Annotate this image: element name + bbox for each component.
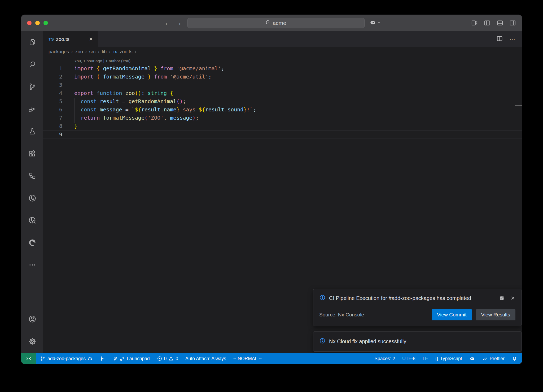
notification-nx-cloud[interactable]: Nx Cloud fix applied successfully [313, 331, 522, 352]
toggle-primary-sidebar-icon[interactable] [484, 19, 491, 27]
breadcrumb[interactable]: packages › zoo › src › lib › TS zoo.ts ›… [43, 47, 522, 56]
run-debug-icon[interactable] [21, 101, 43, 117]
command-center-search[interactable]: acme [187, 18, 365, 28]
info-icon [319, 338, 326, 345]
back-arrow-icon[interactable]: ← [163, 19, 173, 27]
code-line-4[interactable]: 4export function zoo(): string { [43, 89, 522, 97]
view-results-button[interactable]: View Results [476, 309, 515, 320]
toggle-panel-icon[interactable] [496, 19, 503, 27]
settings-gear-icon[interactable] [21, 333, 43, 350]
customize-layout-icon[interactable] [471, 19, 478, 27]
copilot-icon [469, 356, 475, 361]
auto-attach-status[interactable]: Auto Attach: Always [185, 356, 226, 361]
code-lines: 1import { getRandomAnimal } from '@acme/… [43, 64, 522, 138]
source-control-icon[interactable] [21, 79, 43, 95]
breadcrumb-sep-icon: › [71, 49, 73, 54]
breadcrumb-more[interactable]: ... [139, 49, 143, 55]
chevron-down-icon [377, 21, 381, 25]
traffic-lights [27, 21, 48, 25]
error-count: 0 [164, 356, 167, 361]
toggle-secondary-sidebar-icon[interactable] [509, 19, 516, 27]
tab-label: zoo.ts [56, 36, 88, 42]
notification-message: Nx Cloud fix applied successfully [329, 338, 406, 345]
vim-mode-status[interactable]: -- NORMAL -- [233, 356, 262, 361]
notifications-bell[interactable] [512, 356, 517, 361]
close-window-button[interactable] [27, 21, 32, 25]
remote-indicator[interactable] [21, 353, 36, 364]
language-mode-status[interactable]: {} TypeScript [435, 356, 462, 361]
accounts-icon[interactable] [21, 311, 43, 327]
testing-icon[interactable] [21, 123, 43, 140]
plug-icon [120, 356, 125, 361]
additional-views-icon[interactable] [21, 257, 43, 273]
notification-settings-gear-icon[interactable] [499, 295, 505, 302]
breadcrumb-zoo[interactable]: zoo [75, 49, 83, 55]
warning-icon [168, 356, 174, 361]
bell-icon [512, 356, 517, 361]
prettier-status[interactable]: Prettier [482, 356, 505, 361]
tab-bar: TS zoo.ts ✕ ⋯ [43, 31, 522, 47]
breadcrumb-src[interactable]: src [89, 49, 95, 55]
codelens-blame[interactable]: You, 1 hour ago | 1 author (You) [43, 58, 522, 64]
git-branch-status[interactable]: add-zoo-packages [40, 356, 93, 361]
code-editor[interactable]: You, 1 hour ago | 1 author (You) 1import… [43, 56, 522, 138]
warning-count: 0 [176, 356, 178, 361]
copilot-menu[interactable] [369, 19, 381, 27]
view-commit-button[interactable]: View Commit [432, 309, 472, 320]
line-number: 2 [43, 73, 62, 81]
error-icon [157, 356, 162, 361]
indent-guide [74, 98, 75, 123]
code-line-5[interactable]: 5 const result = getRandomAnimal(); [43, 97, 522, 106]
minimize-window-button[interactable] [35, 21, 40, 25]
line-number: 6 [43, 106, 62, 114]
double-check-icon [482, 356, 488, 361]
split-editor-icon[interactable] [496, 35, 503, 43]
line-number: 3 [43, 81, 62, 89]
info-icon [319, 294, 326, 302]
tab-zoo-ts[interactable]: TS zoo.ts ✕ [43, 31, 98, 47]
line-number: 1 [43, 64, 62, 73]
maximize-window-button[interactable] [43, 21, 48, 25]
extensions-icon[interactable] [21, 145, 43, 162]
search-icon [265, 20, 271, 26]
code-line-7[interactable]: 7 return formatMessage('ZOO', message); [43, 114, 522, 122]
overview-ruler-mark [515, 105, 522, 106]
titlebar: ← → acme [21, 15, 522, 31]
line-number: 4 [43, 89, 62, 97]
launchpad-status[interactable]: Launchpad [112, 356, 150, 361]
breadcrumb-file[interactable]: zoo.ts [120, 49, 132, 55]
problems-status[interactable]: 0 0 [157, 356, 178, 361]
search-sidebar-icon[interactable] [21, 56, 43, 73]
breadcrumb-lib[interactable]: lib [102, 49, 107, 55]
commit-graph-status[interactable] [100, 356, 105, 361]
indentation-status[interactable]: Spaces: 2 [374, 356, 395, 361]
code-line-6[interactable]: 6 const message = `${result.name} says $… [43, 106, 522, 114]
status-bar: add-zoo-packages Launchpad [21, 353, 522, 364]
encoding-status[interactable]: UTF-8 [402, 356, 415, 361]
breadcrumb-packages[interactable]: packages [49, 49, 69, 55]
typescript-file-icon: TS [49, 37, 54, 41]
code-line-9[interactable]: 9 [43, 130, 522, 138]
typescript-file-icon: TS [113, 50, 117, 54]
code-line-3[interactable]: 3 [43, 81, 522, 89]
code-line-2[interactable]: 2import { formatMessage } from '@acme/ut… [43, 73, 522, 81]
launchpad-label: Launchpad [127, 356, 150, 361]
forward-arrow-icon[interactable]: → [173, 19, 184, 27]
notification-source: Source: Nx Console [319, 312, 364, 318]
notification-close-icon[interactable] [510, 295, 515, 302]
tab-close-icon[interactable]: ✕ [88, 36, 94, 43]
gitlens-icon[interactable] [21, 190, 43, 206]
edge-browser-icon[interactable] [21, 234, 43, 251]
eol-status[interactable]: LF [423, 356, 428, 361]
publish-cloud-icon [87, 356, 93, 361]
nx-console-icon[interactable] [21, 168, 43, 184]
notification-center: CI Pipeline Execution for #add-zoo-packa… [313, 289, 522, 352]
code-line-8[interactable]: 8} [43, 122, 522, 130]
gitlens-inspect-icon[interactable] [21, 212, 43, 229]
copilot-status[interactable] [469, 356, 475, 361]
explorer-icon[interactable] [21, 34, 43, 50]
more-actions-icon[interactable]: ⋯ [509, 36, 516, 43]
code-line-1[interactable]: 1import { getRandomAnimal } from '@acme/… [43, 64, 522, 73]
line-number: 8 [43, 122, 62, 130]
notification-ci-pipeline[interactable]: CI Pipeline Execution for #add-zoo-packa… [313, 289, 522, 326]
